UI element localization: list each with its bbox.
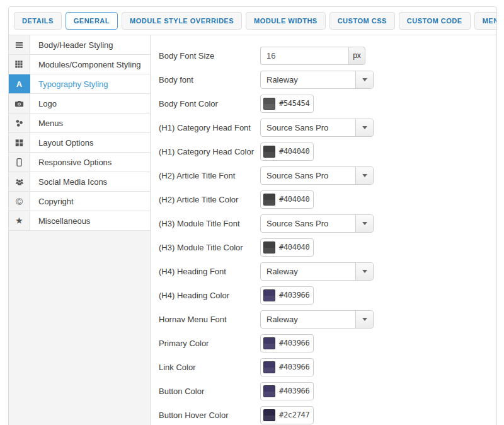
tab-custom-css[interactable]: CUSTOM CSS [329,12,395,30]
tab-general[interactable]: GENERAL [66,12,118,30]
field-label: (H3) Module Title Font [159,219,260,228]
sidebar-item-body-header-styling[interactable]: Body/Header Styling [9,35,150,55]
sidebar-item-social-media-icons[interactable]: Social Media Icons [9,172,150,192]
form-row-button-color: Button Color#403966 [159,379,496,403]
sidebar-item-miscellaneous[interactable]: ★Miscellaneous [9,211,150,231]
chevron-down-icon[interactable] [355,119,373,136]
field-label: Button Hover Color [159,410,260,420]
sidebar-item-layout-options[interactable]: Layout Options [9,133,150,153]
form-row-h4-heading-color: (H4) Heading Color#403966 [159,283,496,307]
color-swatch [263,385,275,397]
color-swatch [263,242,275,253]
body-font-select[interactable]: Raleway [260,71,374,89]
h2-article-title-font-select[interactable]: Source Sans Pro [260,166,374,185]
sidebar-item-label: Typography Styling [30,74,150,93]
sidebar-item-label: Logo [30,94,150,113]
button-hover-color-field[interactable]: #2c2747 [260,406,314,424]
hamburger-icon [9,35,30,54]
color-hex-value: #404040 [279,147,309,156]
h1-category-head-color-field[interactable]: #404040 [260,143,314,161]
grid-icon [9,55,30,74]
color-swatch [263,409,275,421]
tab-details[interactable]: DETAILS [14,12,62,30]
link-color-field[interactable]: #403966 [260,358,314,376]
layout-blocks-icon [9,133,30,152]
color-hex-value: #404040 [279,243,309,252]
color-hex-value: #403966 [279,339,309,347]
select-value: Source Sans Pro [261,167,355,184]
mobile-icon [9,153,30,172]
h3-module-title-color-field[interactable]: #404040 [260,238,314,257]
select-value: Source Sans Pro [261,119,355,136]
field-label: Body font [159,75,260,84]
field-label: (H3) Module Title Color [159,243,260,252]
color-swatch [263,361,275,373]
form-row-hornav-menu-font: Hornav Menu FontRaleway [159,307,496,331]
color-hex-value: #403966 [279,291,309,300]
users-icon [9,172,30,191]
sidebar-item-label: Menus [30,114,150,132]
settings-form: Body Font SizepxBody fontRalewayBody Fon… [151,35,496,425]
field-label: (H2) Article Title Color [159,195,260,204]
template-settings-panel: DETAILSGENERALMODULE STYLE OVERRIDESMODU… [8,6,497,425]
sidebar-item-label: Copyright [30,192,150,211]
sidebar-item-modules-component-styling[interactable]: Modules/Component Styling [9,55,150,74]
sidebar-item-logo[interactable]: Logo [9,94,150,114]
field-label: Link Color [159,363,260,372]
chevron-down-icon[interactable] [355,167,373,184]
body-font-color-field[interactable]: #545454 [260,95,314,113]
color-swatch [263,337,275,349]
h4-heading-font-select[interactable]: Raleway [260,262,374,281]
chevron-down-icon[interactable] [355,263,373,280]
form-row-body-font: Body fontRaleway [159,67,496,91]
panel-body: Body/Header StylingModules/Component Sty… [9,35,496,425]
form-row-link-color: Link Color#403966 [159,355,496,379]
h2-article-title-color-field[interactable]: #404040 [260,190,314,209]
sidebar-item-label: Responsive Options [30,153,150,172]
letter-a-icon: A [9,74,30,93]
sidebar-item-label: Layout Options [30,133,150,152]
form-row-body-font-size: Body Font Sizepx [159,44,496,67]
form-row-h3-module-title-font: (H3) Module Title FontSource Sans Pro [159,211,496,235]
tab-menu-assignment[interactable]: MENU ASSIGNMENT [474,12,497,30]
sidebar-item-typography-styling[interactable]: ATypography Styling [9,74,150,94]
tab-module-style-overrides[interactable]: MODULE STYLE OVERRIDES [122,12,242,30]
button-color-field[interactable]: #403966 [260,382,314,400]
field-label: Primary Color [159,339,260,348]
sidebar-item-menus[interactable]: Menus [9,114,150,133]
sidebar-item-label: Modules/Component Styling [30,55,150,74]
h4-heading-color-field[interactable]: #403966 [260,286,314,305]
body-font-size-input[interactable] [260,47,348,65]
h1-category-head-font-select[interactable]: Source Sans Pro [260,119,374,137]
size-input-group: px [260,47,365,65]
sidebar-item-label: Body/Header Styling [30,35,150,54]
chevron-down-icon[interactable] [355,215,373,232]
hornav-menu-font-select[interactable]: Raleway [260,310,374,329]
tab-module-widths[interactable]: MODULE WIDTHS [246,12,326,30]
unit-addon: px [348,47,365,65]
h3-module-title-font-select[interactable]: Source Sans Pro [260,214,374,233]
camera-icon [9,94,30,113]
field-label: Hornav Menu Font [159,315,260,324]
form-row-primary-color: Primary Color#403966 [159,331,496,355]
sidebar-item-label: Social Media Icons [30,172,150,191]
form-row-h4-heading-font: (H4) Heading FontRaleway [159,259,496,283]
field-label: (H1) Category Head Font [159,123,260,132]
chevron-down-icon[interactable] [355,71,373,88]
color-swatch [263,194,275,206]
color-swatch [263,289,275,301]
color-hex-value: #2c2747 [279,410,309,419]
copyright-icon: © [9,192,30,211]
color-hex-value: #545454 [279,99,309,108]
field-label: Body Font Color [159,99,260,108]
sidebar-item-copyright[interactable]: ©Copyright [9,192,150,211]
select-value: Raleway [261,311,355,328]
form-row-h1-category-head-color: (H1) Category Head Color#404040 [159,139,496,163]
sidebar-item-responsive-options[interactable]: Responsive Options [9,153,150,172]
tab-custom-code[interactable]: CUSTOM CODE [399,12,471,30]
sidebar-item-label: Miscellaneous [30,211,150,230]
primary-color-field[interactable]: #403966 [260,334,314,352]
field-label: Button Color [159,387,260,396]
chevron-down-icon[interactable] [355,311,373,328]
field-label: (H4) Heading Color [159,291,260,300]
